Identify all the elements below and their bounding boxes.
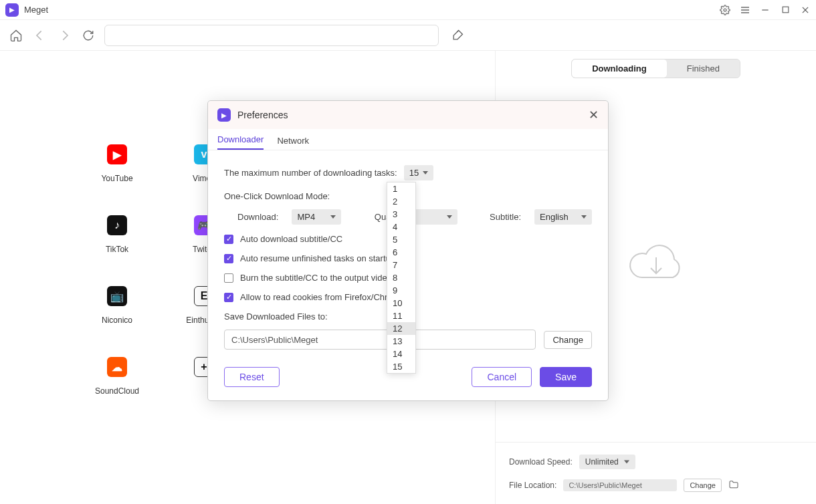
site-label: TikTok xyxy=(106,245,128,254)
dropdown-option[interactable]: 11 xyxy=(387,309,415,322)
folder-icon[interactable] xyxy=(728,479,739,492)
app-title: Meget xyxy=(24,5,48,15)
file-location-change-button[interactable]: Change xyxy=(684,479,722,492)
file-location-label: File Location: xyxy=(509,481,556,490)
dropdown-option[interactable]: 3 xyxy=(387,208,415,221)
cloud-download-icon xyxy=(623,237,690,291)
dropdown-option[interactable]: 4 xyxy=(387,221,415,233)
chevron-down-icon xyxy=(423,171,428,174)
svg-point-0 xyxy=(724,9,726,11)
tab-downloading[interactable]: Downloading xyxy=(572,59,667,78)
prefs-tab-network[interactable]: Network xyxy=(277,136,309,150)
dropdown-option[interactable]: 15 xyxy=(387,360,415,373)
dropdown-option[interactable]: 7 xyxy=(387,259,415,271)
speed-select[interactable]: Unlimited xyxy=(579,455,635,469)
prefs-title: Preferences xyxy=(237,110,288,120)
site-icon: ♪ xyxy=(107,215,127,235)
checkbox-label: Auto download subtitle/CC xyxy=(240,234,342,244)
checkbox-label: Burn the subtitle/CC to the output video xyxy=(240,273,392,283)
max-tasks-dropdown[interactable]: 123456789101112131415 xyxy=(387,182,416,374)
dropdown-option[interactable]: 2 xyxy=(387,195,415,208)
gear-icon[interactable] xyxy=(720,5,730,15)
prefs-app-icon xyxy=(217,108,231,122)
dropdown-option[interactable]: 1 xyxy=(387,182,415,195)
dropdown-option[interactable]: 14 xyxy=(387,348,415,360)
checkbox-label: Allow to read cookies from Firefox/Chrom… xyxy=(240,292,405,302)
checkbox[interactable] xyxy=(224,235,233,244)
back-icon[interactable] xyxy=(32,27,48,43)
max-tasks-label: The maximum number of downloading tasks: xyxy=(224,168,397,178)
save-path-change-button[interactable]: Change xyxy=(544,331,592,349)
url-input[interactable] xyxy=(104,25,439,46)
site-icon: 📺 xyxy=(107,286,127,306)
prefs-tab-downloader[interactable]: Downloader xyxy=(217,134,264,150)
prefs-close-icon[interactable]: ✕ xyxy=(589,108,599,122)
dropdown-option[interactable]: 12 xyxy=(387,322,415,335)
dropdown-option[interactable]: 8 xyxy=(387,271,415,284)
site-item-niconico[interactable]: 📺Niconico xyxy=(74,286,161,325)
site-icon: ▶ xyxy=(107,144,127,164)
file-location-path: C:\Users\Public\Meget xyxy=(563,479,677,491)
save-button[interactable]: Save xyxy=(540,367,592,387)
site-label: Niconico xyxy=(102,316,132,325)
checkbox[interactable] xyxy=(224,254,233,263)
site-item-tiktok[interactable]: ♪TikTok xyxy=(74,215,161,254)
dropdown-option[interactable]: 5 xyxy=(387,233,415,246)
subtitle-select[interactable]: English xyxy=(534,209,592,225)
forward-icon[interactable] xyxy=(56,27,72,43)
site-item-youtube[interactable]: ▶YouTube xyxy=(74,144,161,183)
app-icon xyxy=(5,3,19,17)
download-format-label: Download: xyxy=(237,212,278,222)
dropdown-option[interactable]: 9 xyxy=(387,284,415,297)
site-label: SoundCloud xyxy=(95,386,139,396)
reload-icon[interactable] xyxy=(80,27,96,43)
dropdown-option[interactable]: 10 xyxy=(387,297,415,309)
max-tasks-select[interactable]: 15 xyxy=(404,165,433,180)
checkbox[interactable] xyxy=(224,273,233,283)
checkbox[interactable] xyxy=(224,293,233,302)
chevron-down-icon xyxy=(447,215,452,219)
speed-label: Download Speed: xyxy=(509,457,573,467)
home-icon[interactable] xyxy=(8,27,24,43)
subtitle-label: Subtitle: xyxy=(490,212,521,222)
chevron-down-icon xyxy=(581,215,587,219)
close-icon[interactable] xyxy=(800,5,811,15)
maximize-icon[interactable] xyxy=(780,5,791,15)
download-format-select[interactable]: MP4 xyxy=(292,209,341,225)
save-path-input[interactable] xyxy=(224,330,536,350)
download-tabs: Downloading Finished xyxy=(571,59,740,78)
site-item-soundcloud[interactable]: ☁SoundCloud xyxy=(74,357,161,396)
svg-rect-5 xyxy=(783,7,789,13)
minimize-icon[interactable] xyxy=(760,5,771,15)
cancel-button[interactable]: Cancel xyxy=(472,367,532,387)
tab-finished[interactable]: Finished xyxy=(667,59,740,78)
menu-icon[interactable] xyxy=(740,5,750,15)
checkbox-label: Auto resume unfinished tasks on startup xyxy=(240,253,395,263)
titlebar: Meget xyxy=(0,0,816,20)
brush-icon[interactable] xyxy=(449,27,466,43)
dropdown-option[interactable]: 6 xyxy=(387,246,415,259)
chevron-down-icon xyxy=(330,215,336,219)
dropdown-option[interactable]: 13 xyxy=(387,335,415,348)
reset-button[interactable]: Reset xyxy=(224,367,280,387)
site-label: YouTube xyxy=(101,174,132,183)
toolbar xyxy=(0,20,816,51)
site-icon: ☁ xyxy=(107,357,127,377)
